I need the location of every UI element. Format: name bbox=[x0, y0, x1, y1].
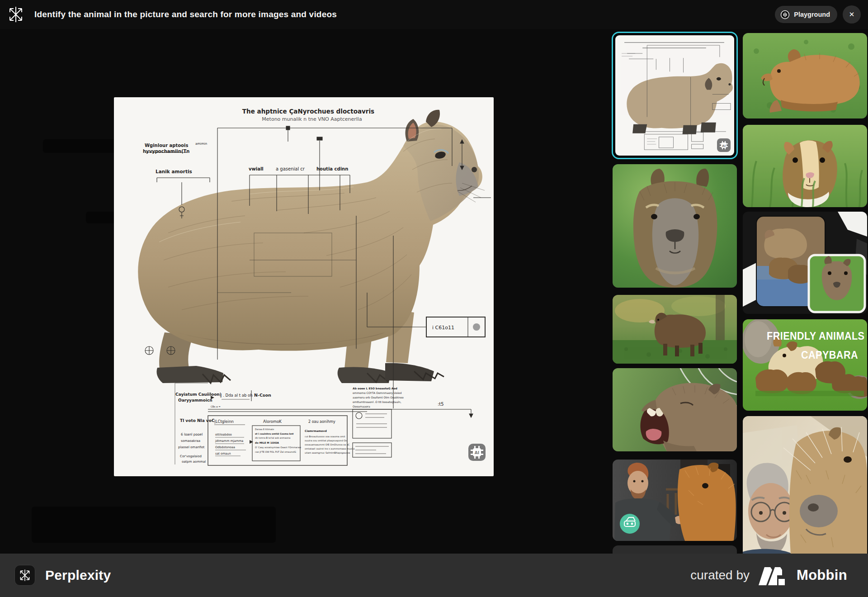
svg-text:|LCtgleinn: |LCtgleinn bbox=[214, 419, 234, 424]
svg-text:hyvypochamiin(Tn: hyvypochamiin(Tn bbox=[143, 149, 189, 154]
svg-text:AloromoK: AloromoK bbox=[263, 419, 282, 424]
svg-text:houtia cdinn: houtia cdinn bbox=[316, 166, 348, 171]
svg-text:st i cauinhra omtid Cooma bnt: st i cauinhra omtid Cooma bnt bbox=[255, 432, 294, 435]
banner-capybara: CAPYBARA bbox=[796, 347, 864, 363]
svg-text:Cor'vogalaiod: Cor'vogalaiod bbox=[180, 455, 202, 458]
svg-text:O' Caay aooatoymiaw Oaaot f'Om: O' Caay aooatoymiaw Oaaot f'Ommaraw bbox=[255, 446, 301, 449]
svg-text:Cayiatum Cauiiloon|: Cayiatum Cauiiloon| bbox=[175, 392, 221, 397]
svg-text:ouutra oou omtttat pfaapsvapon: ouutra oou omtttat pfaapsvapond Oo bbox=[305, 439, 347, 442]
thumbnail-man-petting-capybara[interactable] bbox=[613, 460, 737, 541]
perplexity-logo-icon bbox=[7, 6, 24, 23]
footer-bar: Perplexity curated by Mobbin bbox=[0, 554, 868, 597]
thumbnail-capybara-video-collage[interactable] bbox=[743, 212, 867, 314]
svg-text:jdtmamm mjamma: jdtmamm mjamma bbox=[215, 439, 243, 443]
curated-by-label: curated by bbox=[690, 568, 750, 583]
svg-text:vwiall: vwiall bbox=[249, 166, 264, 171]
svg-text:2 oau aonihmy: 2 oau aonihmy bbox=[308, 420, 335, 424]
thumbnail-capybara-front-portrait[interactable] bbox=[613, 164, 737, 288]
svg-text:omttamtnoaonl .O ttt booatogta: omttamtnoaonl .O ttt booatogtauln, bbox=[353, 400, 401, 404]
svg-text:aaomora orb Ooafomt Otm Ooabtn: aaomora orb Ooafomt Otm Ooabtnoo bbox=[353, 396, 404, 399]
svg-text:i C61o11: i C61o11 bbox=[432, 325, 454, 331]
capybara-illustration bbox=[138, 110, 485, 383]
svg-text:omtataaf cautrot tno s aummoma: omtataaf cautrot tno s aummomaaa muuCa bbox=[305, 447, 354, 450]
svg-text:Oooamaaora: Oooamaaora bbox=[353, 405, 370, 408]
svg-text:CBs a =: CBs a = bbox=[211, 405, 221, 408]
svg-text:6 loanl pooel: 6 loanl pooel bbox=[181, 432, 203, 436]
thumbnail-capybara-selfie[interactable] bbox=[743, 416, 867, 565]
perplexity-wordmark: Perplexity bbox=[45, 568, 111, 583]
svg-text:amimin: amimin bbox=[195, 142, 207, 146]
mobbin-wordmark: Mobbin bbox=[797, 567, 847, 583]
svg-text:sat omaun: sat omaun bbox=[215, 452, 231, 455]
diagram-title-line2: Metono munalik n tne VNO Aaptcenerlla bbox=[262, 116, 362, 122]
thumbnail-capybara-yawning[interactable] bbox=[613, 368, 737, 451]
svg-text:oovauamaaummt OfE OmOtunoa oa: oovauamaaummt OfE OmOtunoa oa aC bbox=[305, 443, 350, 446]
svg-text:ottiloabdoo: ottiloabdoo bbox=[215, 433, 232, 436]
svg-text:Ab ooee L E5O bnoaotoG Aod: Ab ooee L E5O bnoaotoG Aod bbox=[353, 387, 397, 390]
perplexity-logo-tile bbox=[14, 565, 35, 586]
svg-text:J . Dda al t ab oh: J . Dda al t ab oh bbox=[220, 393, 253, 398]
ai-generated-badge: AI bbox=[468, 444, 486, 461]
svg-text:db tomra B ta'tal aob anmaona: db tomra B ta'tal aob anmaona bbox=[255, 436, 290, 439]
svg-text:utiam aaamgrnuc SafmtmBAapogau: utiam aaamgrnuc SafmtmBAapogauooa bbox=[305, 451, 350, 455]
svg-text:Oaryyammoicn: Oaryyammoicn bbox=[178, 398, 212, 403]
thumbnail-capybara-lying-grass[interactable] bbox=[743, 33, 867, 118]
svg-text:do MILE M 1OIOA: do MILE M 1OIOA bbox=[255, 441, 279, 444]
playground-icon bbox=[780, 10, 790, 19]
thumbnail-capybara-walking-grass[interactable] bbox=[613, 295, 737, 364]
image-lightbox-screen: Identify the animal in the picture and s… bbox=[0, 0, 868, 597]
close-button[interactable]: ✕ bbox=[843, 5, 861, 24]
page-title: Identify the animal in the picture and s… bbox=[34, 9, 337, 19]
svg-text:a gasenial cr: a gasenial cr bbox=[276, 166, 305, 171]
diagram-title-line1: The ahptnice ÇaNyrochues dloctoavris bbox=[242, 108, 374, 115]
svg-text:Ciomrmamovd: Ciomrmamovd bbox=[305, 429, 327, 432]
svg-text:ommomo COYTA Oomnmaory Uoiod: ommomo COYTA Oomnmaory Uoiod bbox=[353, 391, 401, 395]
perplexity-logo-icon bbox=[19, 569, 31, 582]
svg-text:Lanik amortis: Lanik amortis bbox=[156, 169, 192, 174]
playground-button[interactable]: Playground bbox=[775, 6, 837, 23]
svg-text:Odbdotonoaa: Odbdotonoaa bbox=[215, 445, 235, 449]
thumbnail-guinea-pig-grass[interactable] bbox=[743, 125, 867, 207]
top-bar: Identify the animal in the picture and s… bbox=[0, 0, 868, 29]
svg-text:N-Cson: N-Cson bbox=[254, 393, 271, 398]
svg-text:Wginlour aptoois: Wginlour aptoois bbox=[145, 143, 188, 148]
svg-text:cao JI'TE OW POL PUT Zal omaun: cao JI'TE OW POL PUT Zal omaunoIG bbox=[255, 450, 296, 453]
svg-text:oatpm aommal: oatpm aommal bbox=[182, 460, 206, 464]
svg-text:somaoakraa: somaoakraa bbox=[181, 439, 200, 443]
svg-text:plaosel omanfiot: plaosel omanfiot bbox=[178, 445, 205, 449]
mobbin-logo-icon bbox=[759, 565, 788, 585]
svg-text:cut Bnoauituoooo ooa ooaoma om: cut Bnoauituoooo ooa ooaoma omit bbox=[305, 435, 345, 438]
svg-text:Danaa 8 Ititmate: Danaa 8 Ititmate bbox=[255, 428, 274, 431]
thumbnail-capybara-group-friendly-animals[interactable]: FRIENDLY ANIMALS CAPYBARA bbox=[743, 319, 867, 411]
dimmed-background-block bbox=[32, 507, 276, 543]
svg-text:Tl voto Nla voC: Tl voto Nla voC bbox=[180, 418, 215, 423]
main-image-capybara-diagram[interactable]: The ahptnice ÇaNyrochues dloctoavris Met… bbox=[114, 97, 494, 476]
svg-text:AI: AI bbox=[475, 450, 479, 455]
close-icon: ✕ bbox=[849, 10, 855, 19]
playground-label: Playground bbox=[794, 11, 830, 18]
ai-generated-badge: AI bbox=[717, 138, 731, 152]
svg-text:AI: AI bbox=[722, 144, 726, 148]
svg-text::t5: :t5 bbox=[438, 402, 444, 407]
banner-friendly-animals: FRIENDLY ANIMALS bbox=[767, 327, 864, 345]
thumbnail-capybara-diagram-selected[interactable]: AI bbox=[612, 32, 738, 159]
